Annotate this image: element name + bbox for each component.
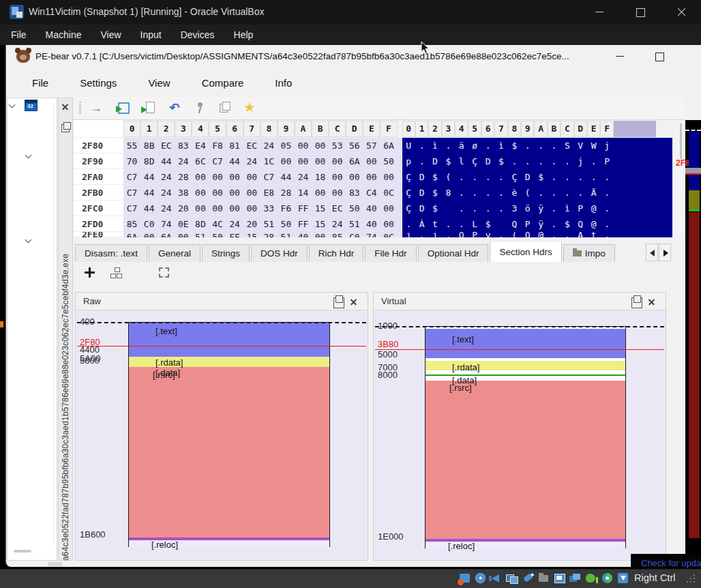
ascii-char[interactable]: P	[521, 219, 534, 229]
tree-expand-chevron[interactable]	[26, 153, 31, 158]
hex-byte[interactable]: 00	[329, 156, 346, 166]
hex-byte[interactable]: EC	[329, 203, 346, 214]
ascii-char[interactable]: .	[481, 203, 494, 214]
hex-byte[interactable]: 44	[140, 188, 158, 198]
tab-file-hdr[interactable]: File Hdr	[365, 244, 416, 262]
hex-byte[interactable]: 00	[278, 156, 295, 166]
hex-byte[interactable]: 24	[226, 219, 243, 229]
ascii-char[interactable]: .	[548, 219, 561, 229]
fit-view-icon[interactable]	[159, 267, 169, 278]
hex-byte[interactable]: 33	[260, 203, 278, 214]
vbox-maximize-button[interactable]	[626, 0, 656, 25]
ascii-char[interactable]: .	[587, 172, 600, 182]
ascii-char[interactable]: j	[428, 232, 441, 237]
pebear-menu-settings[interactable]: Settings	[64, 77, 132, 89]
tabs-scroll-left-button[interactable]	[646, 244, 658, 261]
hex-byte[interactable]: 8B	[140, 141, 158, 151]
ascii-char[interactable]: Ç	[508, 172, 521, 182]
ascii-char[interactable]: .	[481, 188, 494, 198]
hex-byte[interactable]: 00	[329, 172, 346, 182]
ascii-char[interactable]: .	[534, 188, 547, 198]
ascii-char[interactable]: .	[574, 172, 587, 182]
hex-byte[interactable]: 24	[158, 172, 175, 182]
hex-byte[interactable]: 00	[226, 188, 243, 198]
ascii-char[interactable]: .	[468, 203, 481, 214]
hex-byte[interactable]: 20	[243, 219, 260, 229]
hex-byte[interactable]: 53	[329, 141, 346, 151]
undo-icon[interactable]: ↶	[167, 100, 182, 115]
hex-byte[interactable]: 00	[243, 188, 260, 198]
bookmark-star-icon[interactable]: ★	[242, 100, 257, 115]
hex-byte[interactable]: F8	[209, 141, 226, 151]
exe-32bit-icon[interactable]: 32	[25, 100, 38, 111]
ascii-char[interactable]: (	[442, 172, 455, 182]
ascii-char[interactable]: ì	[494, 141, 507, 151]
hex-byte[interactable]: E4	[192, 141, 209, 151]
ascii-char[interactable]: Ç	[402, 172, 415, 182]
ascii-char[interactable]: ö	[521, 203, 534, 214]
ascii-char[interactable]: P	[600, 156, 613, 166]
ascii-char[interactable]: è	[508, 188, 521, 198]
ascii-char[interactable]: j	[402, 232, 415, 237]
ascii-char[interactable]: $	[481, 219, 494, 229]
ascii-char[interactable]: (	[508, 232, 521, 237]
hex-byte[interactable]: 44	[158, 156, 175, 166]
tab-rich-hdr[interactable]: Rich Hdr	[309, 244, 364, 262]
vbox-menu-file[interactable]: File	[1, 25, 36, 45]
hex-byte[interactable]: 6A	[346, 156, 363, 166]
hex-row[interactable]: 2FA0C744242800000000C744241800000000ÇD$(…	[74, 169, 672, 185]
hex-byte[interactable]: 28	[260, 232, 278, 237]
follow-offset-icon[interactable]: →	[89, 100, 104, 115]
ascii-char[interactable]: .	[600, 232, 613, 237]
ascii-char[interactable]: ä	[455, 141, 468, 151]
ascii-char[interactable]: .	[548, 156, 561, 166]
hex-byte[interactable]: 4C	[209, 219, 226, 229]
hex-byte[interactable]: 1C	[260, 156, 278, 166]
vbox-close-button[interactable]	[667, 0, 697, 25]
ascii-char[interactable]: $	[428, 188, 441, 198]
hex-byte[interactable]: C7	[123, 188, 140, 198]
optical-disc-icon[interactable]	[475, 573, 488, 584]
display-icon[interactable]	[554, 573, 567, 584]
pebear-menu-info[interactable]: Info	[259, 77, 308, 89]
hex-byte[interactable]: 00	[380, 203, 397, 214]
features-icon[interactable]	[585, 573, 598, 584]
hex-byte[interactable]: C7	[209, 156, 226, 166]
hex-byte[interactable]: 51	[346, 219, 363, 229]
hex-byte[interactable]: 44	[140, 172, 158, 182]
pebear-menu-file[interactable]: File	[16, 77, 64, 89]
hex-byte[interactable]: C4	[363, 188, 380, 198]
ascii-char[interactable]: Q	[574, 219, 587, 229]
tab-section-hdrs[interactable]: Section Hdrs	[490, 242, 561, 262]
hex-row[interactable]: 2F90708D44246CC744241C000000006A0050p.D$…	[74, 153, 672, 169]
ascii-char[interactable]: ÿ	[481, 232, 494, 237]
tree-expand-chevron[interactable]	[10, 102, 15, 108]
pebear-minimize-button[interactable]	[606, 45, 636, 68]
hdd-icon[interactable]	[459, 573, 472, 584]
hex-byte[interactable]: 40	[363, 203, 380, 214]
ascii-char[interactable]: t	[587, 232, 600, 237]
ascii-char[interactable]: .	[587, 156, 600, 166]
hex-byte[interactable]: 00	[209, 188, 226, 198]
ascii-char[interactable]: .	[442, 141, 455, 151]
hex-byte[interactable]: 05	[278, 141, 295, 151]
dock-close-icon[interactable]	[61, 103, 69, 111]
ascii-char[interactable]: ì	[428, 141, 441, 151]
hex-row[interactable]: 2FE06A006A005150FF152851400085C0740Cj.j.…	[74, 232, 672, 237]
ascii-char[interactable]: P	[574, 203, 587, 214]
ascii-char[interactable]: U	[402, 141, 415, 151]
hex-byte[interactable]: 74	[158, 219, 175, 229]
hex-byte[interactable]: 44	[140, 203, 158, 214]
hex-byte[interactable]: 24	[295, 172, 312, 182]
dock-float-icon[interactable]	[61, 124, 70, 132]
ascii-char[interactable]: D	[481, 156, 494, 166]
pebear-maximize-button[interactable]	[645, 45, 675, 68]
ascii-char[interactable]: .	[600, 203, 613, 214]
hex-byte[interactable]: 40	[295, 232, 312, 237]
ascii-char[interactable]: .	[455, 188, 468, 198]
ascii-char[interactable]: D	[415, 172, 428, 182]
hex-byte[interactable]: 00	[192, 188, 209, 198]
ascii-char[interactable]: Ç	[468, 156, 481, 166]
toolbar-drag-handle[interactable]	[79, 102, 81, 114]
ascii-char[interactable]: .	[561, 232, 573, 237]
